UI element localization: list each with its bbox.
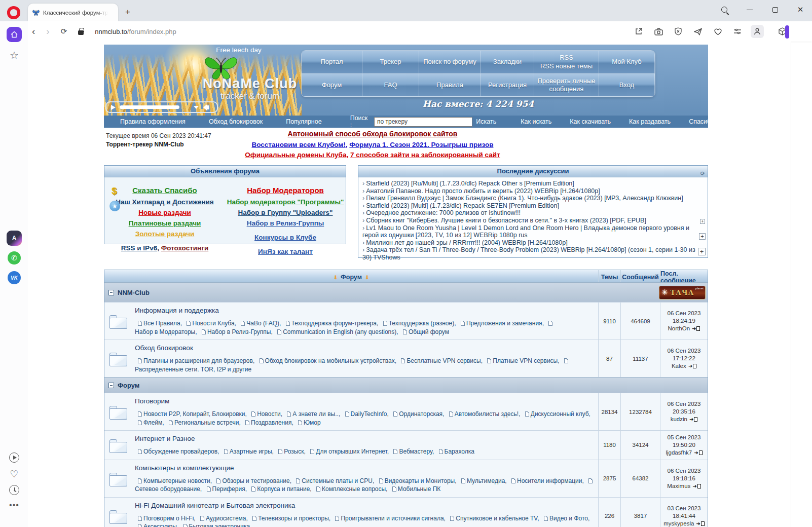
forum-title-link[interactable]: Обход блокировок: [135, 344, 193, 352]
notice-link[interactable]: Формула 1. Сезон 2021. Розыгрыш призов: [349, 141, 493, 148]
play-button[interactable]: [111, 105, 116, 110]
search-tabs-button[interactable]: [718, 3, 731, 16]
goto-post-icon[interactable]: ➜: [689, 416, 697, 423]
subforum-link[interactable]: Автомобилисты здесь!: [455, 410, 519, 418]
menu-item-2[interactable]: Популярное: [286, 118, 322, 125]
subforum-link[interactable]: Спутниковое и кабельное TV: [456, 515, 537, 522]
bookmark-heart-button[interactable]: [711, 25, 724, 38]
goto-post-icon[interactable]: ➜: [692, 325, 700, 332]
section-title[interactable]: NNM-Club: [118, 289, 150, 296]
vk-button[interactable]: VK: [7, 270, 22, 285]
announcement-link[interactable]: Конкурсы в Клубе: [254, 234, 316, 241]
sidebar-more-button[interactable]: •••: [7, 498, 22, 513]
nav-item-top-5[interactable]: Мой Клуб: [599, 51, 655, 74]
announcement-link[interactable]: Золотые раздачи: [135, 230, 195, 238]
goto-post-icon[interactable]: ➜: [694, 449, 702, 457]
taya-planet-logo[interactable]: ✳ТАЧАplanet: [659, 286, 706, 299]
forum-title-link[interactable]: Интернет и Разное: [135, 435, 195, 442]
subforum-link[interactable]: Вебмастеру: [399, 448, 432, 455]
section-title[interactable]: Форум: [118, 382, 139, 389]
nav-item-top-0[interactable]: Портал: [302, 51, 362, 74]
menu-help-item-1[interactable]: Как скачивать: [570, 118, 611, 125]
subforum-link[interactable]: Флейм: [143, 419, 162, 426]
discussion-item[interactable]: ›Сборник книг "КиберБез. Лучшие книги о …: [362, 217, 696, 224]
subforum-link[interactable]: Новости P2P, Копирайт, Блокировки: [143, 410, 245, 418]
subforum-link[interactable]: Набор в Релиз-Группы: [207, 328, 271, 335]
player-button[interactable]: [7, 450, 22, 465]
progress-bar[interactable]: [120, 105, 179, 109]
subforum-link[interactable]: Распределенные сети. TOR, I2P и другие: [135, 366, 251, 373]
speed-dial-button[interactable]: [7, 27, 22, 42]
announcement-link[interactable]: RSS и IPv6: [121, 244, 157, 252]
last-post-user[interactable]: myskypesla: [663, 520, 694, 526]
subforum-link[interactable]: Общий форум: [409, 328, 449, 335]
subforum-link[interactable]: Техподдержка форум-трекера: [291, 320, 377, 327]
whatsapp-button[interactable]: ✆: [7, 250, 22, 266]
subforum-link[interactable]: Барахолка: [445, 448, 474, 455]
bookmarks-button[interactable]: ☆: [7, 48, 22, 63]
profile-button[interactable]: [751, 25, 764, 38]
history-button[interactable]: [7, 482, 22, 498]
discussion-item[interactable]: ›Starfield (2023) [Multi] (1.7.23/dlc) R…: [362, 202, 696, 210]
forward-button[interactable]: ›: [46, 26, 49, 37]
announcement-link[interactable]: ИнЯз как талант: [258, 248, 313, 255]
minimize-button[interactable]: [743, 3, 756, 16]
search-input[interactable]: [374, 117, 472, 127]
subforum-link[interactable]: Поговорим о Hi-Fi: [143, 515, 194, 522]
nav-item-bottom-4[interactable]: Проверить личные сообщения: [534, 74, 599, 97]
subforum-link[interactable]: Поздравления: [251, 419, 291, 426]
subforum-link[interactable]: Проигрыватели и источники сигнала: [341, 515, 444, 522]
announcement-link[interactable]: Наш Хитпарад и Достижения: [116, 198, 213, 206]
announcement-link[interactable]: Набор Модераторов: [247, 186, 324, 195]
subforum-link[interactable]: Региональные встречи: [174, 419, 239, 426]
forum-title-link[interactable]: Поговорим: [135, 397, 169, 405]
subforum-link[interactable]: Набор в Модераторы: [135, 328, 195, 335]
subforum-link[interactable]: Мобильные ПК: [398, 485, 441, 493]
subforum-link[interactable]: Для открывших Интернет: [316, 448, 387, 455]
goto-post-icon[interactable]: ➜: [688, 362, 696, 370]
nav-item-top-3[interactable]: Закладки: [481, 51, 534, 74]
announcement-link[interactable]: Набор в Релиз-Группы: [247, 219, 324, 227]
menu-help-item-2[interactable]: Как раздавать: [629, 118, 671, 125]
forum-title-link[interactable]: Компьютеры и комплектующие: [135, 464, 234, 472]
nav-item-bottom-0[interactable]: Форум: [302, 74, 362, 97]
notice-link[interactable]: Автономный способ обхода блокировок сайт…: [288, 130, 458, 138]
subforum-link[interactable]: Предложения и замечания: [466, 320, 542, 327]
subforum-link[interactable]: Азартные игры: [230, 448, 272, 455]
announcement-link[interactable]: Набор модераторов "Программы": [227, 198, 344, 206]
subforum-link[interactable]: Носители информации: [517, 477, 582, 484]
announcement-link[interactable]: Новые раздачи: [138, 209, 191, 216]
subforum-link[interactable]: Мультимедиа: [467, 477, 505, 484]
volume-icon[interactable]: [207, 105, 209, 109]
chevron-down-icon[interactable]: [194, 106, 199, 109]
subforum-link[interactable]: Новости: [257, 410, 280, 418]
nav-item-bottom-5[interactable]: Вход: [599, 74, 655, 97]
discussion-item[interactable]: ›Starfield (2023) [Ru/Multi] (1.7.23.0/d…: [362, 180, 696, 187]
nav-item-bottom-2[interactable]: Правила: [419, 74, 481, 97]
discussion-item[interactable]: ›Анатолий Папанов. Надо просто любить и …: [362, 187, 696, 195]
nav-item-top-4[interactable]: RSS RSS новые темы: [534, 51, 599, 74]
personal-news-button[interactable]: ♡: [7, 466, 22, 481]
notice-link[interactable]: 7 способов зайти на заблокированный сайт: [350, 151, 500, 159]
subforum-link[interactable]: Дискуссионный клуб: [531, 410, 589, 418]
last-post-user[interactable]: ljgdasfhk7: [666, 449, 692, 456]
subforum-link[interactable]: DailyTechInfo: [351, 410, 387, 418]
reload-button[interactable]: ⟳: [61, 27, 67, 36]
nav-item-bottom-3[interactable]: Регистрация: [481, 74, 534, 97]
last-post-user[interactable]: kudzin: [671, 416, 687, 422]
subforum-link[interactable]: Техподдержка (разное): [389, 320, 455, 327]
announcement-link[interactable]: Сказать Спасибо: [132, 186, 197, 195]
subforum-link[interactable]: Телевизоры и проекторы: [258, 515, 329, 522]
goto-post-icon[interactable]: ➜: [692, 482, 700, 490]
subforum-link[interactable]: Ординаторская: [399, 410, 442, 418]
browser-tab[interactable]: Классический форум-тр: [28, 4, 118, 21]
notice-link[interactable]: Официальные домены Клуба: [245, 151, 346, 159]
menu-help-item-0[interactable]: Как искать: [521, 118, 551, 125]
subforum-link[interactable]: Все Правила: [143, 320, 180, 327]
announcement-link[interactable]: Набор в Группу "Uploaders": [238, 209, 333, 216]
subforum-link[interactable]: Обсуждение провайдеров: [143, 448, 217, 455]
subforum-link[interactable]: Обзоры и тестирование: [222, 477, 289, 484]
sidebar-panel-toggle[interactable]: [785, 25, 789, 39]
menu-item-0[interactable]: Правила оформления: [120, 118, 186, 125]
collapse-icon[interactable]: [108, 383, 114, 388]
